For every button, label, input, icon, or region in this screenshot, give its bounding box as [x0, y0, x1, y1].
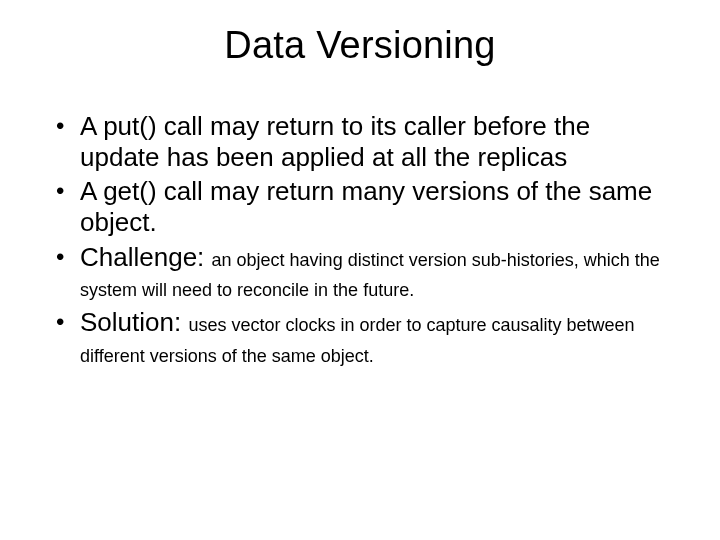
bullet-lead: Solution: — [80, 307, 188, 337]
bullet-item: A put() call may return to its caller be… — [54, 111, 672, 172]
bullet-item: Challenge: an object having distinct ver… — [54, 242, 672, 303]
bullet-lead: Challenge: — [80, 242, 212, 272]
bullet-item: A get() call may return many versions of… — [54, 176, 672, 237]
bullet-list: A put() call may return to its caller be… — [54, 111, 672, 368]
bullet-item: Solution: uses vector clocks in order to… — [54, 307, 672, 368]
slide-title: Data Versioning — [48, 24, 672, 67]
slide: Data Versioning A put() call may return … — [0, 0, 720, 540]
